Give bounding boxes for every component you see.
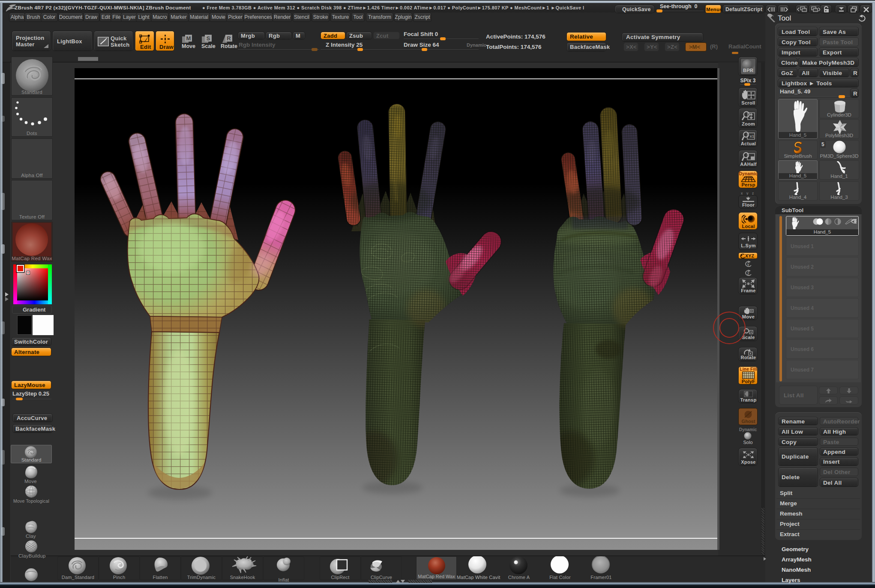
svg-text:x1: x1: [750, 134, 755, 138]
svg-text:Z: Z: [747, 272, 749, 276]
svg-text:R: R: [227, 35, 231, 42]
svg-text:BPR: BPR: [743, 68, 753, 73]
svg-text:S: S: [207, 35, 210, 42]
svg-text:M: M: [186, 35, 191, 42]
svg-text:Y: Y: [747, 263, 749, 267]
